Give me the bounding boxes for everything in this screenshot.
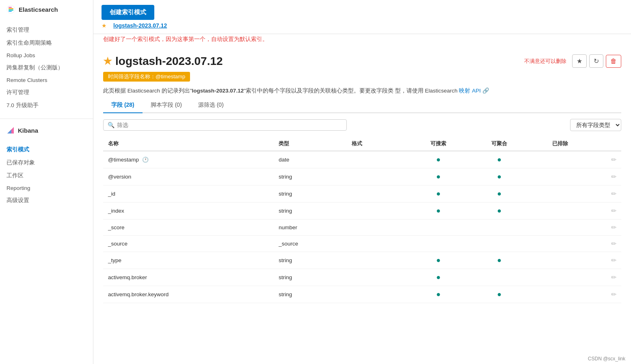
sidebar-item-index-mgmt[interactable]: 索引管理 <box>0 24 93 37</box>
mapping-api-link[interactable]: 映射 API 🔗 <box>459 88 489 94</box>
field-type: number <box>274 219 347 235</box>
dot-icon: ● <box>436 256 441 264</box>
sidebar-item-remote-clusters[interactable]: Remote Clusters <box>0 74 93 86</box>
sidebar-item-lifecycle[interactable]: 索引生命周期策略 <box>0 37 93 50</box>
sidebar-item-reporting[interactable]: Reporting <box>0 182 93 194</box>
content-area: ★ logstash-2023.07.12 不满意还可以删除 ★ ↻ 🗑 时间筛… <box>93 48 631 364</box>
edit-field-icon[interactable]: ✏ <box>611 173 616 180</box>
field-excluded <box>530 151 591 168</box>
svg-rect-1 <box>9 8 13 9</box>
kibana-icon <box>6 126 15 134</box>
field-aggregatable: ● <box>469 286 530 303</box>
fields-table: 名称 类型 格式 可搜索 可聚合 已排除 @timestamp 🕐 date ● <box>103 137 621 303</box>
edit-field-icon[interactable]: ✏ <box>611 224 616 231</box>
dot-icon: ● <box>436 190 441 198</box>
favorite-star-icon[interactable]: ★ <box>103 56 112 67</box>
logstash-link[interactable]: logstash-2023.07.12 <box>113 22 167 29</box>
field-format <box>347 269 408 286</box>
field-type: _source <box>274 235 347 252</box>
table-row: _source _source ✏ <box>103 235 621 252</box>
auto-default-annotation: 创建好了一个索引模式，因为这事第一个，自动设置为默认索引。 <box>103 36 621 43</box>
field-searchable: ● <box>408 202 469 219</box>
field-searchable: ● <box>408 286 469 303</box>
refresh-button[interactable]: ↻ <box>589 54 603 68</box>
star-link-icon: ★ <box>102 22 107 29</box>
edit-field-icon[interactable]: ✏ <box>611 240 616 247</box>
edit-field-icon[interactable]: ✏ <box>611 190 616 197</box>
tab-source-filters[interactable]: 源筛选 (0) <box>190 98 232 113</box>
favorite-button[interactable]: ★ <box>572 54 587 68</box>
fields-tbody: @timestamp 🕐 date ● ● ✏ @version string … <box>103 151 621 303</box>
tabs: 字段 (28) 脚本字段 (0) 源筛选 (0) <box>103 98 621 113</box>
field-aggregatable: ● <box>469 168 530 185</box>
field-format <box>347 235 408 252</box>
dot-icon: ● <box>497 290 501 298</box>
col-header-format: 格式 <box>347 137 408 151</box>
create-index-pattern-button[interactable]: 创建索引模式 <box>102 5 154 20</box>
delete-hint: 不满意还可以删除 <box>524 58 566 65</box>
field-aggregatable: ● <box>469 202 530 219</box>
filter-input[interactable] <box>117 122 342 128</box>
sidebar-item-cross-cluster[interactable]: 跨集群复制（公测版） <box>0 61 93 74</box>
table-row: activemq.broker string ● ✏ <box>103 269 621 286</box>
svg-rect-3 <box>9 7 12 8</box>
field-type-select[interactable]: 所有字段类型 <box>570 119 621 131</box>
field-name: @version <box>103 168 274 185</box>
field-type: string <box>274 286 347 303</box>
field-excluded <box>530 252 591 269</box>
field-format <box>347 185 408 202</box>
field-name: @timestamp 🕐 <box>103 151 274 168</box>
tab-fields[interactable]: 字段 (28) <box>103 98 143 113</box>
edit-field-icon[interactable]: ✏ <box>611 156 616 163</box>
search-icon: 🔍 <box>108 122 115 128</box>
edit-field-icon[interactable]: ✏ <box>611 207 616 214</box>
field-aggregatable <box>469 269 530 286</box>
sidebar-item-workspace[interactable]: 工作区 <box>0 169 93 182</box>
dot-icon: ● <box>436 207 441 215</box>
delete-button[interactable]: 🗑 <box>606 55 621 68</box>
edit-field-icon[interactable]: ✏ <box>611 274 616 281</box>
svg-rect-2 <box>9 10 13 11</box>
dot-icon: ● <box>497 190 501 198</box>
main-content: 创建索引模式 ★ logstash-2023.07.12 创建好了一个索引模式，… <box>93 0 631 364</box>
table-row: _id string ● ● ✏ <box>103 185 621 202</box>
sidebar-item-advanced-settings[interactable]: 高级设置 <box>0 194 93 207</box>
description-text: 此页根据 Elasticsearch 的记录列出"logstash-2023.0… <box>103 86 621 95</box>
field-actions: ✏ <box>591 252 621 269</box>
field-excluded <box>530 286 591 303</box>
sidebar-item-upgrade[interactable]: 7.0 升级助手 <box>0 99 93 112</box>
dot-icon: ● <box>436 290 441 298</box>
col-header-aggregatable: 可聚合 <box>469 137 530 151</box>
sidebar-item-saved-objects[interactable]: 已保存对象 <box>0 156 93 169</box>
edit-field-icon[interactable]: ✏ <box>611 291 616 298</box>
field-type: string <box>274 185 347 202</box>
field-type: string <box>274 202 347 219</box>
field-excluded <box>530 185 591 202</box>
detail-panel: ★ logstash-2023.07.12 不满意还可以删除 ★ ↻ 🗑 时间筛… <box>93 48 631 310</box>
tab-scripted-fields[interactable]: 脚本字段 (0) <box>143 98 190 113</box>
clock-icon: 🕐 <box>142 157 149 163</box>
field-name: _id <box>103 185 274 202</box>
field-actions: ✏ <box>591 168 621 185</box>
filter-bar: 🔍 所有字段类型 <box>103 119 621 131</box>
watermark: CSDN @scx_link <box>588 356 625 362</box>
kibana-brand: Kibana <box>0 122 93 137</box>
dot-icon: ● <box>497 256 501 264</box>
sidebar-item-license[interactable]: 许可管理 <box>0 86 93 99</box>
field-name: _index <box>103 202 274 219</box>
dot-icon: ● <box>436 155 441 164</box>
elasticsearch-nav: 索引管理 索引生命周期策略 Rollup Jobs 跨集群复制（公测版） Rem… <box>0 17 93 115</box>
field-actions: ✏ <box>591 235 621 252</box>
svg-point-0 <box>7 5 15 13</box>
field-aggregatable: ● <box>469 252 530 269</box>
field-type: string <box>274 252 347 269</box>
edit-field-icon[interactable]: ✏ <box>611 257 616 264</box>
sidebar-item-rollup[interactable]: Rollup Jobs <box>0 50 93 61</box>
dot-icon: ● <box>497 172 501 181</box>
field-name: activemq.broker <box>103 269 274 286</box>
field-actions: ✏ <box>591 219 621 235</box>
sidebar-item-index-patterns[interactable]: 索引模式 <box>0 143 93 156</box>
table-row: _index string ● ● ✏ <box>103 202 621 219</box>
dot-icon: ● <box>436 172 441 181</box>
col-header-actions <box>591 137 621 151</box>
